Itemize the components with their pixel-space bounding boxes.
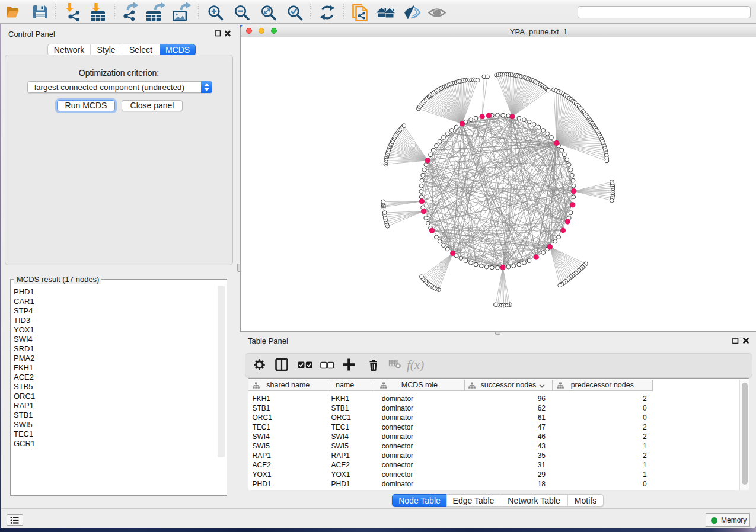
svg-text:f(x): f(x)	[407, 358, 424, 372]
